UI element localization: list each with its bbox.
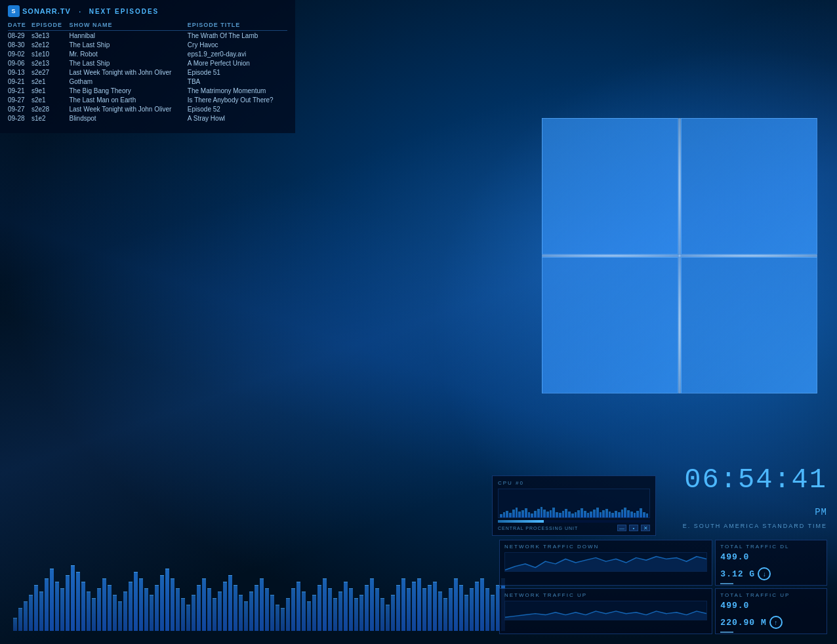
bar-chart-bar (213, 598, 216, 631)
bar-chart-bar (417, 578, 421, 631)
cpu-bar (571, 513, 574, 517)
total-dl-row1: 499.0 (720, 552, 822, 562)
bar-chart-bar (24, 601, 28, 631)
sonarr-logo: S SONARR.TV (8, 5, 71, 17)
next-episodes-label: NEXT EPISODES (89, 8, 159, 15)
cpu-bar (609, 512, 611, 517)
bar-chart-bar (317, 585, 321, 631)
row-title: eps1.9_zer0-day.avi (188, 49, 287, 58)
bar-chart-bar (18, 608, 22, 631)
cpu-bar (552, 508, 555, 517)
bar-chart-bar (270, 595, 274, 631)
cpu-bar (584, 511, 586, 517)
sonarr-logo-icon: S (8, 5, 20, 17)
bar-chart-bar (134, 572, 138, 631)
bar-chart-bar (160, 575, 164, 631)
table-row: 09-13 s2e27 Last Week Tonight with John … (8, 68, 287, 77)
cpu-bar (531, 513, 533, 517)
table-row: 08-30 s2e12 The Last Ship Cry Havoc (8, 40, 287, 49)
row-date: 09-28 (8, 113, 31, 123)
bar-chart-bar (81, 582, 85, 631)
bar-chart-bar (55, 582, 59, 631)
bar-chart-bar (375, 588, 379, 631)
cpu-bar (559, 513, 561, 517)
bar-chart-bar (349, 588, 353, 631)
row-show: Blindspot (69, 113, 187, 123)
row-date: 08-29 (8, 31, 31, 41)
total-ul-title: TOTAL TRAFFIC UP (720, 592, 822, 598)
cpu-bar (506, 511, 508, 517)
cpu-bar (568, 512, 571, 517)
cpu-bar (503, 512, 506, 517)
col-title: EPISODE TITLE (188, 21, 287, 31)
net-up-graph (504, 601, 707, 620)
cpu-bar (521, 510, 524, 517)
bar-chart-bar (281, 608, 285, 631)
cpu-bar (556, 512, 558, 517)
bar-chart-bar (454, 578, 458, 631)
row-episode: s2e27 (31, 68, 70, 77)
bar-chart-bar (255, 585, 258, 631)
clock-time: 06:54:41 PM (676, 466, 827, 521)
row-episode: s2e1 (31, 95, 70, 104)
cpu-bar (518, 512, 521, 517)
sonarr-header: S SONARR.TV · NEXT EPISODES (8, 5, 287, 17)
bar-chart-bar (386, 605, 390, 631)
row-show: Last Week Tonight with John Oliver (69, 104, 187, 113)
bar-chart-bar (197, 585, 201, 631)
net-row-1: NETWORK TRAFFIC DOWN TOTAL TRAFFIC DL 49… (499, 540, 827, 586)
cpu-bar (630, 512, 633, 517)
cpu-footer-icons: — • ✕ (617, 525, 650, 531)
bar-chart-bar (491, 595, 495, 631)
bar-chart-bar (407, 588, 411, 631)
net-up-title: NETWORK TRAFFIC UP (504, 592, 707, 598)
total-ul-val2: 220.90 M (720, 618, 766, 628)
bar-chart-bar (118, 601, 122, 631)
row-title: Cry Havoc (188, 40, 287, 49)
bar-chart-bar (181, 598, 185, 631)
table-row: 08-29 s3e13 Hannibal The Wrath Of The La… (8, 31, 287, 41)
cpu-bar (611, 513, 614, 517)
bar-chart-bar (354, 598, 358, 631)
col-show: SHOW NAME (69, 21, 187, 31)
cpu-bar (600, 512, 602, 517)
net-row-2: NETWORK TRAFFIC UP TOTAL TRAFFIC UP 499.… (499, 588, 827, 634)
bar-chart-bar (412, 582, 416, 631)
bar-chart-bar (239, 595, 243, 631)
cpu-btn-minus[interactable]: — (617, 525, 626, 531)
row-title: Is There Anybody Out There? (188, 95, 287, 104)
cpu-bar (596, 508, 599, 517)
bar-chart-bar (123, 592, 127, 631)
table-row: 09-28 s1e2 Blindspot A Stray Howl (8, 113, 287, 123)
cpu-bar (577, 510, 580, 517)
cpu-bar (546, 512, 549, 517)
sys-widgets: NETWORK TRAFFIC DOWN TOTAL TRAFFIC DL 49… (499, 540, 827, 634)
cpu-bar (624, 508, 626, 517)
bar-chart-bar (307, 601, 311, 631)
bar-chart-bar (102, 578, 106, 631)
cpu-footer-label: CENTRAL PROCESSING UNIT (498, 526, 578, 531)
bar-chart-bar (60, 588, 64, 631)
cpu-bar (627, 510, 630, 517)
bar-chart-bar (438, 592, 442, 631)
bar-chart-bar (34, 585, 38, 631)
bar-chart-bar (428, 585, 432, 631)
cpu-bar (587, 513, 590, 517)
bar-chart-bar (312, 595, 316, 631)
bar-chart-bar (422, 588, 426, 631)
cpu-btn-x[interactable]: ✕ (641, 525, 650, 531)
row-show: Mr. Robot (69, 49, 187, 58)
total-dl-val1: 499.0 (720, 552, 749, 562)
cpu-bar (543, 510, 546, 517)
cpu-btn-dot[interactable]: • (629, 525, 638, 531)
row-episode: s2e28 (31, 104, 70, 113)
total-ul-row2: 220.90 M ↑ (720, 613, 822, 629)
total-dl-val2: 3.12 G (720, 569, 755, 579)
row-date: 09-21 (8, 86, 31, 95)
total-traffic-ul-widget: TOTAL TRAFFIC UP 499.0 220.90 M ↑ (715, 588, 827, 634)
cpu-graph (498, 489, 650, 518)
total-dl-title: TOTAL TRAFFIC DL (720, 544, 822, 550)
bar-chart-bar (165, 569, 169, 631)
cpu-bar (541, 507, 543, 517)
bar-chart-bar (97, 588, 101, 631)
